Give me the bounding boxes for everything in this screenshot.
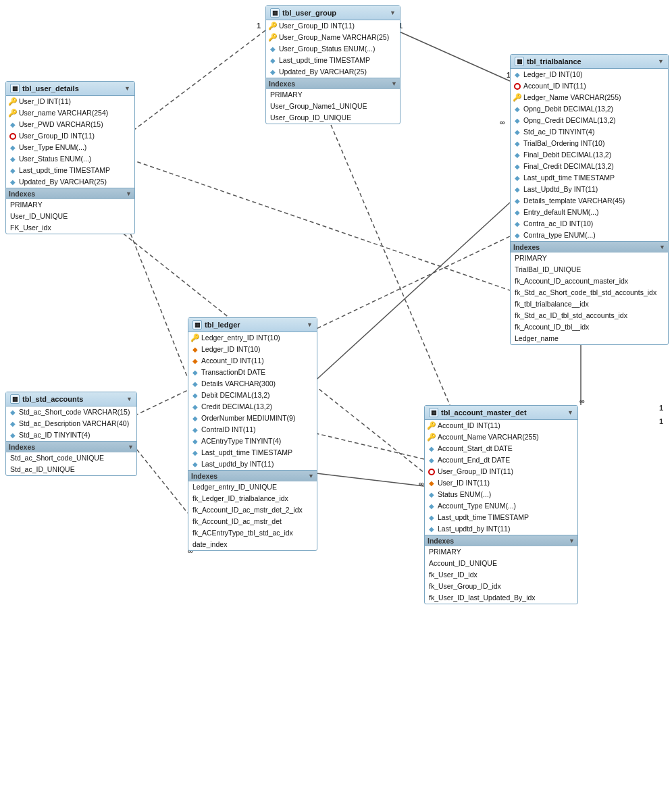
dropdown-arrow-icon[interactable]: ▼ xyxy=(390,9,396,16)
diamond-icon: ◆ xyxy=(9,144,17,152)
diamond-icon: ◆ xyxy=(9,178,17,186)
indexes-dropdown-icon[interactable]: ▼ xyxy=(659,244,665,250)
table-header-tbl-trialbalance[interactable]: ▦ tbl_trialbalance ▼ xyxy=(511,55,668,69)
key-icon: 🔑 xyxy=(513,94,521,102)
index-row: fk_Ledger_ID_trialbalance_idx xyxy=(188,493,317,504)
diamond-icon: ◆ xyxy=(191,392,199,400)
field-row: ◆ Contra_type ENUM(...) xyxy=(511,230,668,241)
svg-line-8 xyxy=(128,439,188,513)
field-row: ◆ Last_updt_time TIMESTAMP xyxy=(425,512,577,523)
dropdown-arrow-icon[interactable]: ▼ xyxy=(124,85,130,92)
field-row: ◆ Std_ac_ID TINYINT(4) xyxy=(6,429,136,441)
index-row: fk_Std_ac_ID_tbl_std_accounts_idx xyxy=(511,310,668,321)
index-row: User_Group_Name1_UNIQUE xyxy=(266,101,400,112)
indexes-header: Indexes ▼ xyxy=(266,78,400,89)
svg-text:∞: ∞ xyxy=(419,479,424,487)
key-icon: 🔑 xyxy=(191,334,199,342)
circle-red-icon xyxy=(428,468,436,476)
diamond-icon: ◆ xyxy=(9,420,17,428)
dropdown-arrow-icon[interactable]: ▼ xyxy=(567,409,573,416)
field-row: 🔑 Ledger_Name VARCHAR(255) xyxy=(511,92,668,103)
dropdown-arrow-icon[interactable]: ▼ xyxy=(658,58,664,65)
field-row: ◆ Last_Updtd_By INT(11) xyxy=(511,184,668,195)
diamond-icon: ◆ xyxy=(513,117,521,125)
key-icon: 🔑 xyxy=(428,433,436,442)
field-row: ◆ Opng_Debit DECIMAL(13,2) xyxy=(511,103,668,115)
table-title: tbl_user_group xyxy=(282,9,336,17)
field-row: ◆ Entry_default ENUM(...) xyxy=(511,207,668,218)
svg-line-9 xyxy=(311,473,424,486)
table-header-tbl-user-details[interactable]: ▦ tbl_user_details ▼ xyxy=(6,82,134,96)
index-row: Account_ID_UNIQUE xyxy=(425,558,577,569)
field-row: ◆ User_PWD VARCHAR(15) xyxy=(6,119,134,130)
index-row: fk_User_ID_idx xyxy=(425,569,577,581)
table-title: tbl_user_details xyxy=(22,84,79,93)
diamond-icon: ◆ xyxy=(428,491,436,499)
indexes-header: Indexes ▼ xyxy=(511,241,668,253)
index-row: TrialBal_ID_UNIQUE xyxy=(511,264,668,275)
table-icon: ▦ xyxy=(515,57,524,66)
diamond-icon: ◆ xyxy=(513,71,521,79)
field-row: ◆ Details VARCHAR(300) xyxy=(188,378,317,390)
diamond-icon: ◆ xyxy=(9,431,17,440)
svg-line-5 xyxy=(311,203,510,385)
table-tbl-trialbalance: ▦ tbl_trialbalance ▼ ◆ Ledger_ID INT(10)… xyxy=(510,54,669,345)
table-icon: ▦ xyxy=(270,8,280,18)
diamond-icon: ◆ xyxy=(513,163,521,171)
field-row: ◆ Account_End_dt DATE xyxy=(425,454,577,466)
field-row: ◆ User_Group_Status ENUM(...) xyxy=(266,43,400,55)
table-tbl-std-accounts: ▦ tbl_std_accounts ▼ ◆ Std_ac_Short_code… xyxy=(5,392,137,476)
diamond-orange-icon: ◆ xyxy=(191,357,199,365)
diamond-icon: ◆ xyxy=(513,220,521,228)
field-row: ◆ Std_ac_Description VARCHAR(40) xyxy=(6,418,136,429)
index-row: PRIMARY xyxy=(6,199,134,211)
indexes-dropdown-icon[interactable]: ▼ xyxy=(128,444,134,450)
index-row: Std_ac_Short_code_UNIQUE xyxy=(6,452,136,464)
diamond-icon: ◆ xyxy=(9,167,17,175)
table-tbl-ledger: ▦ tbl_ledger ▼ 🔑 Ledger_entry_ID INT(10)… xyxy=(188,317,317,551)
index-row: fk_Account_ID_tbl__idx xyxy=(511,321,668,333)
diamond-icon: ◆ xyxy=(269,45,277,53)
index-row: Ledger_name xyxy=(511,333,668,344)
diamond-icon: ◆ xyxy=(191,449,199,457)
table-header-tbl-account-master-det[interactable]: ▦ tbl_account_master_det ▼ xyxy=(425,406,577,420)
dropdown-arrow-icon[interactable]: ▼ xyxy=(126,396,132,402)
index-row: fk_Account_ID_account_master_idx xyxy=(511,275,668,287)
indexes-dropdown-icon[interactable]: ▼ xyxy=(569,537,575,544)
svg-line-1 xyxy=(396,30,510,81)
table-tbl-user-details: ▦ tbl_user_details ▼ 🔑 User_ID INT(11) 🔑… xyxy=(5,81,135,234)
diamond-icon: ◆ xyxy=(513,186,521,194)
diamond-icon: ◆ xyxy=(9,121,17,129)
diamond-icon: ◆ xyxy=(513,151,521,159)
field-row: ◆ Debit DECIMAL(13,2) xyxy=(188,390,317,401)
field-row: ◆ Account_ID INT(11) xyxy=(188,355,317,367)
field-row: ◆ User_Type ENUM(...) xyxy=(6,142,134,153)
field-row: ◆ ContraID INT(11) xyxy=(188,424,317,435)
svg-line-10 xyxy=(118,155,510,290)
field-row: ◆ ACEntryType TINYINT(4) xyxy=(188,435,317,447)
field-row: ◆ User_ID INT(11) xyxy=(425,477,577,489)
field-row: 🔑 User_Group_Name VARCHAR(25) xyxy=(266,32,400,43)
indexes-dropdown-icon[interactable]: ▼ xyxy=(126,190,132,197)
diamond-icon: ◆ xyxy=(191,460,199,469)
diamond-icon: ◆ xyxy=(9,155,17,163)
field-row: User_Group_ID INT(11) xyxy=(425,466,577,477)
key-icon: 🔑 xyxy=(269,22,277,30)
indexes-dropdown-icon[interactable]: ▼ xyxy=(308,473,314,479)
field-row: ◆ Last_updt_time TIMESTAMP xyxy=(6,165,134,176)
indexes-dropdown-icon[interactable]: ▼ xyxy=(391,80,397,87)
table-title: tbl_std_accounts xyxy=(22,395,83,403)
index-row: User_ID_UNIQUE xyxy=(6,211,134,222)
field-row: 🔑 Account_Name VARCHAR(255) xyxy=(425,431,577,443)
diamond-icon: ◆ xyxy=(513,197,521,205)
index-row: PRIMARY xyxy=(266,89,400,101)
dropdown-arrow-icon[interactable]: ▼ xyxy=(307,321,313,328)
table-header-tbl-ledger[interactable]: ▦ tbl_ledger ▼ xyxy=(188,318,317,332)
field-row: ◆ Status ENUM(...) xyxy=(425,489,577,500)
index-row: PRIMARY xyxy=(425,546,577,558)
table-header-tbl-std-accounts[interactable]: ▦ tbl_std_accounts ▼ xyxy=(6,392,136,406)
table-header-tbl-user-group[interactable]: ▦ tbl_user_group ▼ xyxy=(266,6,400,20)
index-row: Ledger_entry_ID_UNIQUE xyxy=(188,481,317,493)
indexes-header: Indexes ▼ xyxy=(425,535,577,546)
table-icon: ▦ xyxy=(429,408,438,417)
